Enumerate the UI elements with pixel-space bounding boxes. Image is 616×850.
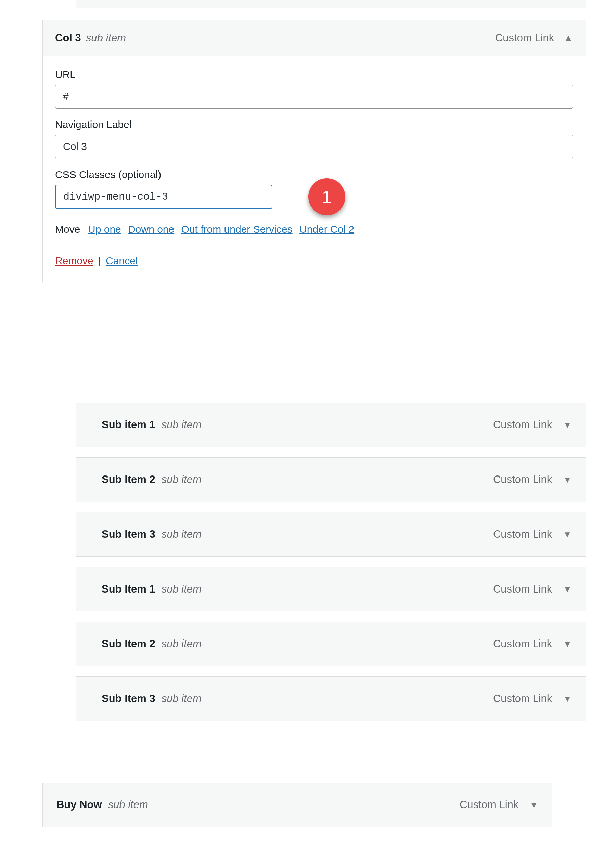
remove-link[interactable]: Remove	[55, 255, 93, 266]
expand-icon[interactable]: ▼	[563, 420, 572, 430]
menu-item-body: URL Navigation Label CSS Classes (option…	[43, 56, 586, 282]
menu-item-row[interactable]: Sub Item 2sub itemCustom Link▼	[76, 457, 586, 502]
nav-label-input[interactable]	[55, 135, 573, 159]
menu-item-row-right: Custom Link▼	[493, 583, 572, 595]
expand-icon[interactable]: ▼	[563, 529, 572, 540]
css-classes-label: CSS Classes (optional)	[55, 169, 573, 180]
menu-item-row-right: Custom Link▼	[493, 638, 572, 650]
menu-item-expanded: Col 3 sub item Custom Link ▲ URL Navigat…	[42, 20, 586, 282]
menu-item-row-subtitle: sub item	[161, 528, 202, 540]
css-classes-field-block: CSS Classes (optional) 1	[55, 169, 573, 209]
menu-item-row[interactable]: Sub Item 3sub itemCustom Link▼	[76, 676, 586, 721]
collapse-icon[interactable]: ▲	[564, 33, 573, 43]
menu-item-row-title: Sub Item 3	[102, 693, 155, 705]
menu-item-type-label: Custom Link	[495, 32, 554, 44]
menu-item-row-title: Sub Item 2	[102, 638, 155, 650]
move-label: Move	[55, 223, 80, 235]
collapsed-item-stub[interactable]	[76, 0, 586, 8]
menu-item-header[interactable]: Col 3 sub item Custom Link ▲	[43, 20, 586, 56]
menu-item-row-right: Custom Link ▼	[460, 799, 538, 811]
menu-item-row-type: Custom Link	[493, 473, 552, 486]
url-label: URL	[55, 69, 573, 81]
annotation-marker-label: 1	[322, 187, 332, 207]
item-actions-line: Remove | Cancel	[55, 255, 573, 267]
menu-item-row-title: Buy Now	[57, 799, 102, 811]
menu-item-row-type: Custom Link	[493, 638, 552, 650]
menu-item-row-title: Sub Item 1	[102, 583, 155, 595]
move-down-one-link[interactable]: Down one	[128, 223, 174, 235]
nav-label-label: Navigation Label	[55, 119, 573, 130]
actions-separator: |	[98, 255, 101, 266]
menu-item-row-subtitle: sub item	[161, 583, 202, 595]
menu-item-row-type: Custom Link	[493, 693, 552, 705]
menu-item-row[interactable]: Buy Now sub item Custom Link ▼	[42, 783, 552, 827]
menu-item-row-title: Sub Item 3	[102, 528, 155, 540]
expand-icon[interactable]: ▼	[563, 639, 572, 649]
menu-item-row-subtitle: sub item	[161, 473, 202, 486]
menu-item-row[interactable]: Sub item 1sub itemCustom Link▼	[76, 403, 586, 447]
menu-item-row-subtitle: sub item	[161, 693, 202, 705]
menu-item-title: Col 3	[55, 32, 81, 44]
menu-item-row-type: Custom Link	[493, 583, 552, 595]
move-up-one-link[interactable]: Up one	[88, 223, 121, 235]
menu-item-row[interactable]: Sub Item 1sub itemCustom Link▼	[76, 567, 586, 611]
menu-item-row-right: Custom Link▼	[493, 528, 572, 540]
menu-item-row-type: Custom Link	[493, 419, 552, 431]
move-links-line: Move Up one Down one Out from under Serv…	[55, 223, 573, 235]
expand-icon[interactable]: ▼	[529, 800, 538, 810]
expand-icon[interactable]: ▼	[563, 584, 572, 595]
menu-item-row-title: Sub Item 2	[102, 473, 155, 486]
menu-item-row-right: Custom Link▼	[493, 473, 572, 486]
expand-icon[interactable]: ▼	[563, 474, 572, 485]
move-under-link[interactable]: Under Col 2	[299, 223, 354, 235]
menu-item-header-right: Custom Link ▲	[495, 32, 573, 44]
move-out-from-link[interactable]: Out from under Services	[181, 223, 293, 235]
url-field-block: URL	[55, 69, 573, 109]
css-classes-input[interactable]	[55, 184, 272, 209]
expand-icon[interactable]: ▼	[563, 694, 572, 704]
menu-item-row[interactable]: Sub Item 2sub itemCustom Link▼	[76, 622, 586, 666]
bottom-menu-item: Buy Now sub item Custom Link ▼	[42, 783, 552, 837]
url-input[interactable]	[55, 85, 573, 109]
menu-item-row-right: Custom Link▼	[493, 693, 572, 705]
menu-item-row-type: Custom Link	[493, 528, 552, 540]
menu-item-row-right: Custom Link▼	[493, 419, 572, 431]
menu-item-row-subtitle: sub item	[161, 638, 202, 650]
menu-item-row-type: Custom Link	[460, 799, 519, 811]
nav-label-field-block: Navigation Label	[55, 119, 573, 159]
menu-item-subtitle: sub item	[86, 32, 126, 44]
cancel-link[interactable]: Cancel	[106, 255, 138, 266]
menu-item-row-title: Sub item 1	[102, 419, 155, 431]
annotation-marker-1: 1	[308, 178, 345, 215]
menu-item-row[interactable]: Sub Item 3sub itemCustom Link▼	[76, 512, 586, 557]
menu-item-row-subtitle: sub item	[108, 799, 148, 811]
css-input-wrap: 1	[55, 184, 573, 209]
sub-items-list: Sub item 1sub itemCustom Link▼Sub Item 2…	[76, 403, 586, 731]
menu-item-row-subtitle: sub item	[161, 419, 202, 431]
